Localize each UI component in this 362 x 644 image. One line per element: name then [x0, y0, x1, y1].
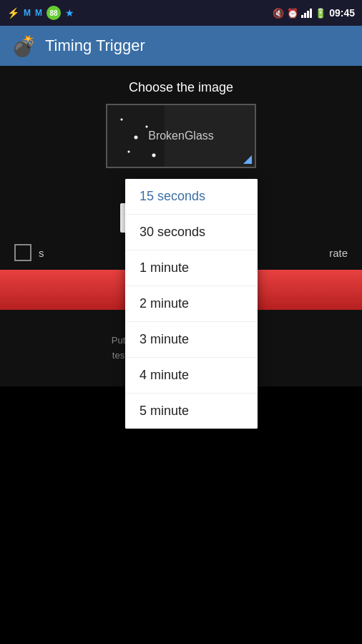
- status-bar: ⚡ M M 88 ★ 🔇 ⏰ 🔋 09:45: [0, 0, 362, 26]
- dropdown-item[interactable]: 2 minute: [125, 286, 258, 322]
- controls-label: s: [39, 247, 44, 259]
- mute-icon: 🔇: [273, 8, 284, 19]
- dropdown-item[interactable]: 1 minute: [125, 250, 258, 286]
- dropdown-item[interactable]: 3 minute: [125, 322, 258, 358]
- badge-icon: 88: [47, 6, 61, 20]
- app-icon: 💣: [11, 34, 36, 58]
- star-icon: ★: [65, 7, 74, 19]
- vpn1-icon: M: [24, 8, 31, 18]
- signal-bars: [301, 8, 312, 18]
- status-right-icons: 🔇 ⏰ 🔋 09:45: [273, 7, 355, 19]
- checkbox[interactable]: [14, 244, 31, 261]
- usb-icon: ⚡: [7, 7, 19, 19]
- rate-label: rate: [329, 247, 348, 259]
- status-left-icons: ⚡ M M 88 ★: [7, 6, 74, 20]
- image-preview[interactable]: BrokenGlass: [106, 104, 256, 168]
- alarm-icon: ⏰: [287, 8, 298, 19]
- dropdown-item[interactable]: 15 seconds: [125, 179, 258, 215]
- dropdown-item[interactable]: 30 seconds: [125, 215, 258, 250]
- dropdown-triangle: [243, 155, 252, 164]
- vpn2-icon: M: [35, 8, 42, 18]
- app-title: Timing Trigger: [45, 36, 145, 55]
- choose-image-label: Choose the image: [0, 80, 362, 95]
- time-dropdown[interactable]: 15 seconds30 seconds1 minute2 minute3 mi…: [125, 179, 258, 429]
- clock: 09:45: [329, 7, 355, 19]
- dropdown-item[interactable]: 5 minute: [125, 394, 258, 429]
- dropdown-item[interactable]: 4 minute: [125, 358, 258, 394]
- image-name: BrokenGlass: [148, 130, 214, 142]
- battery-icon: 🔋: [315, 8, 326, 19]
- app-bar: 💣 Timing Trigger: [0, 26, 362, 66]
